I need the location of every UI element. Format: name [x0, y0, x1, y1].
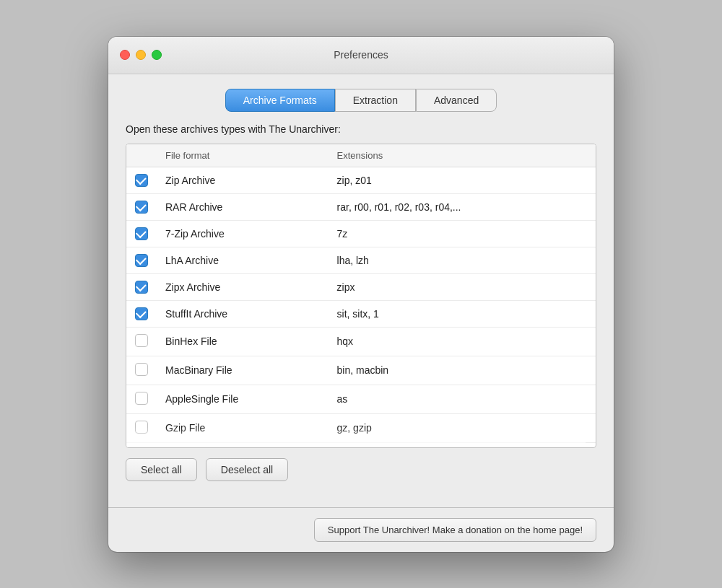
- format-extensions: lha, lzh: [329, 247, 596, 273]
- format-extensions: zip, z01: [329, 167, 596, 193]
- col-header-check: [126, 144, 157, 167]
- checkbox-cell: [126, 356, 157, 385]
- description-text: Open these archives types with The Unarc…: [126, 123, 596, 135]
- traffic-lights: [120, 50, 162, 60]
- maximize-button[interactable]: [152, 50, 162, 60]
- table-row: Zip Archivezip, z01: [126, 167, 596, 193]
- footer: Support The Unarchiver! Make a donation …: [108, 507, 614, 552]
- action-buttons: Select all Deselect all: [126, 458, 596, 481]
- table-row: RAR Archiverar, r00, r01, r02, r03, r04,…: [126, 193, 596, 220]
- format-name: Gzip File: [157, 413, 329, 442]
- close-button[interactable]: [120, 50, 130, 60]
- format-table-container: File format Extensions Zip Archivezip, z…: [126, 144, 596, 448]
- format-name: AppleSingle File: [157, 385, 329, 413]
- format-checkbox[interactable]: [135, 281, 148, 294]
- tab-advanced[interactable]: Advanced: [416, 89, 497, 112]
- checkbox-cell: [126, 273, 157, 300]
- minimize-button[interactable]: [136, 50, 146, 60]
- format-name: 7-Zip Archive: [157, 220, 329, 247]
- format-name: LhA Archive: [157, 247, 329, 273]
- window-title: Preferences: [334, 49, 388, 61]
- col-header-format: File format: [157, 144, 329, 167]
- format-name: Zip Archive: [157, 167, 329, 193]
- table-row: Gzip Filegz, gzip: [126, 413, 596, 442]
- table-row: BinHex Filehqx: [126, 327, 596, 356]
- format-checkbox[interactable]: [135, 334, 148, 347]
- table-row: MacBinary Filebin, macbin: [126, 356, 596, 385]
- format-extensions: rar, r00, r01, r02, r03, r04,...: [329, 193, 596, 220]
- table-row: Zipx Archivezipx: [126, 273, 596, 300]
- checkbox-cell: [126, 442, 157, 447]
- checkbox-cell: [126, 385, 157, 413]
- checkbox-cell: [126, 220, 157, 247]
- main-content: Archive Formats Extraction Advanced Open…: [108, 74, 614, 507]
- format-name: RAR Archive: [157, 193, 329, 220]
- format-extensions: sit, sitx, 1: [329, 300, 596, 327]
- format-extensions: hqx: [329, 327, 596, 356]
- tab-archive-formats[interactable]: Archive Formats: [225, 89, 335, 112]
- format-checkbox[interactable]: [135, 201, 148, 214]
- format-name: BinHex File: [157, 327, 329, 356]
- format-name: StuffIt Archive: [157, 300, 329, 327]
- format-table: File format Extensions Zip Archivezip, z…: [126, 144, 596, 447]
- format-table-scroll[interactable]: File format Extensions Zip Archivezip, z…: [126, 144, 596, 447]
- format-checkbox[interactable]: [135, 307, 148, 320]
- table-header-row: File format Extensions: [126, 144, 596, 167]
- col-header-extensions: Extensions: [329, 144, 596, 167]
- format-name: MacBinary File: [157, 356, 329, 385]
- checkbox-cell: [126, 300, 157, 327]
- format-checkbox[interactable]: [135, 227, 148, 240]
- titlebar: Preferences: [108, 37, 614, 74]
- table-row: Gzip Tar Archivetgz, tar-gz: [126, 442, 596, 447]
- format-extensions: zipx: [329, 273, 596, 300]
- format-name: Gzip Tar Archive: [157, 442, 329, 447]
- table-row: StuffIt Archivesit, sitx, 1: [126, 300, 596, 327]
- format-checkbox[interactable]: [135, 421, 148, 434]
- checkbox-cell: [126, 413, 157, 442]
- format-extensions: tgz, tar-gz: [329, 442, 596, 447]
- table-row: AppleSingle Fileas: [126, 385, 596, 413]
- format-checkbox[interactable]: [135, 174, 148, 187]
- table-row: 7-Zip Archive7z: [126, 220, 596, 247]
- format-checkbox[interactable]: [135, 392, 148, 405]
- format-checkbox[interactable]: [135, 363, 148, 376]
- format-extensions: bin, macbin: [329, 356, 596, 385]
- checkbox-cell: [126, 247, 157, 273]
- deselect-all-button[interactable]: Deselect all: [206, 458, 288, 481]
- format-extensions: as: [329, 385, 596, 413]
- tab-bar: Archive Formats Extraction Advanced: [126, 89, 596, 112]
- checkbox-cell: [126, 167, 157, 193]
- tab-extraction[interactable]: Extraction: [335, 89, 416, 112]
- donation-button[interactable]: Support The Unarchiver! Make a donation …: [314, 518, 596, 542]
- format-checkbox[interactable]: [135, 254, 148, 267]
- format-extensions: 7z: [329, 220, 596, 247]
- preferences-window: Preferences Archive Formats Extraction A…: [108, 37, 614, 552]
- checkbox-cell: [126, 193, 157, 220]
- table-row: LhA Archivelha, lzh: [126, 247, 596, 273]
- select-all-button[interactable]: Select all: [126, 458, 197, 481]
- checkbox-cell: [126, 327, 157, 356]
- format-name: Zipx Archive: [157, 273, 329, 300]
- format-extensions: gz, gzip: [329, 413, 596, 442]
